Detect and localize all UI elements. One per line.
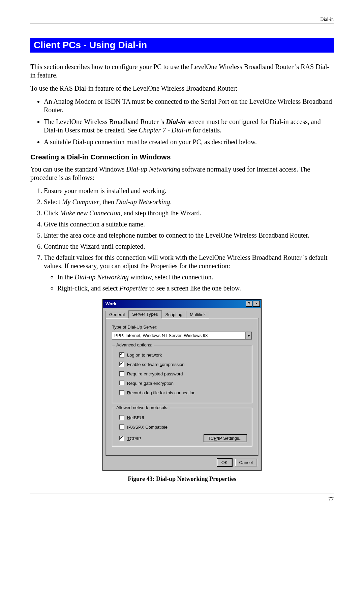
- bullet-1: An Analog Modem or ISDN TA must be conne…: [44, 97, 334, 114]
- close-icon[interactable]: ×: [253, 301, 260, 307]
- ipx-checkbox[interactable]: [119, 424, 124, 430]
- rule-bottom: [30, 493, 334, 493]
- network-protocols-legend: Allowed network protocols:: [115, 405, 170, 410]
- sub-heading: Creating a Dial-in Connection in Windows: [30, 153, 334, 161]
- dialog-titlebar[interactable]: Work ? ×: [103, 300, 261, 308]
- data-encryption-checkbox[interactable]: [119, 380, 124, 386]
- page-number: 77: [30, 496, 334, 502]
- cancel-button[interactable]: Cancel: [235, 459, 257, 466]
- rule-top: [30, 24, 334, 24]
- step-7: The default values for this connection w…: [44, 253, 334, 293]
- encrypted-password-label: Require encrypted password: [127, 371, 183, 376]
- netbeui-checkbox[interactable]: [119, 415, 124, 420]
- tab-panel: Type of Dial-Up Server: PPP: Internet, W…: [105, 318, 259, 456]
- encrypted-password-checkbox[interactable]: [119, 371, 124, 376]
- help-icon[interactable]: ?: [246, 301, 252, 307]
- tcpip-checkbox[interactable]: [119, 436, 124, 441]
- sub-intro: You can use the standard Windows Dial-up…: [30, 165, 334, 182]
- server-type-value: PPP: Internet, Windows NT Server, Window…: [112, 332, 245, 339]
- section-banner: Client PCs - Using Dial-in: [30, 38, 334, 53]
- step-7-sub-1: In the Dial-up Networking window, select…: [57, 273, 334, 281]
- tcpip-label: TCP/IP: [127, 436, 141, 441]
- step-2: Select My Computer, then Dial-up Network…: [44, 198, 334, 206]
- step-4: Give this connection a suitable name.: [44, 220, 334, 228]
- header-label: Dial-in: [30, 17, 334, 22]
- step-6: Continue the Wizard until completed.: [44, 242, 334, 251]
- ipx-label: IPX/SPX Compatible: [127, 425, 168, 430]
- step-5: Enter the area code and telephone number…: [44, 231, 334, 240]
- step-7-sub-2: Right-click, and select Properties to se…: [57, 284, 334, 293]
- advanced-options-group: Advanced options: Log on to network Enab…: [112, 345, 252, 403]
- netbeui-label: NetBEUI: [127, 415, 144, 420]
- network-protocols-group: Allowed network protocols: NetBEUI IPX/S…: [112, 408, 252, 446]
- tab-general[interactable]: General: [105, 311, 128, 318]
- intro-p2: To use the RAS Dial-in feature of the Le…: [30, 84, 334, 93]
- ok-button[interactable]: OK: [217, 459, 232, 466]
- intro-p1: This section describes how to configure …: [30, 63, 334, 80]
- log-on-checkbox[interactable]: [119, 352, 124, 358]
- figure-caption: Figure 43: Dial-up Networking Properties: [30, 475, 334, 483]
- tab-scripting[interactable]: Scripting: [162, 311, 186, 318]
- server-type-combo[interactable]: PPP: Internet, Windows NT Server, Window…: [112, 332, 252, 340]
- step-3: Click Make new Connection, and step thro…: [44, 209, 334, 217]
- record-log-checkbox[interactable]: [119, 390, 124, 395]
- data-encryption-label: Require data encryption: [127, 381, 174, 386]
- server-type-label: Type of Dial-Up Server:: [112, 325, 252, 330]
- tcpip-settings-button[interactable]: TCP/IP Settings...: [204, 434, 247, 442]
- step-1: Ensure your modem is installed and worki…: [44, 187, 334, 195]
- log-on-label: Log on to network: [127, 352, 162, 358]
- dialog-title: Work: [104, 301, 245, 306]
- advanced-options-legend: Advanced options:: [115, 342, 154, 347]
- compression-checkbox[interactable]: [119, 362, 124, 367]
- tab-multilink[interactable]: Multilink: [186, 311, 209, 318]
- tab-server-types[interactable]: Server Types: [128, 310, 161, 318]
- properties-dialog: Work ? × General Server Types Scripting …: [102, 299, 262, 471]
- bullet-2: The LevelOne Wireless Broadband Router '…: [44, 118, 334, 134]
- compression-label: Enable software compression: [127, 362, 185, 367]
- bullet-3: A suitable Dial-up connection must be cr…: [44, 138, 334, 146]
- record-log-label: Record a log file for this connection: [127, 390, 195, 395]
- chevron-down-icon[interactable]: [245, 332, 252, 339]
- tabstrip: General Server Types Scripting Multilink: [103, 308, 261, 318]
